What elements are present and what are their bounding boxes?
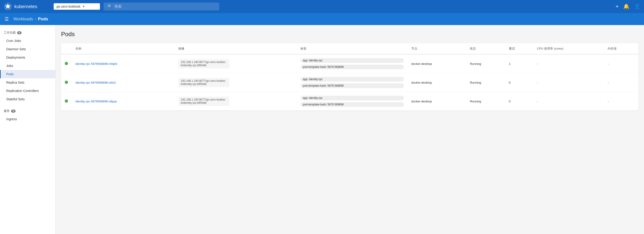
pod-labels-cell: app: identity-rpcpod-template-hash: 5679…	[297, 73, 408, 92]
breadcrumb-current: Pods	[38, 17, 48, 22]
pod-image-cell: 192.168.1.180:8077/go-zero-looklook/iden…	[175, 92, 297, 111]
pod-labels-cell: app: identity-rpcpod-template-hash: 5679…	[297, 54, 408, 73]
sidebar-item-jobs[interactable]: Jobs	[0, 62, 55, 70]
namespace-selector[interactable]: go-zero-looklook ▼	[54, 3, 100, 10]
pod-name-cell: identity-rpc-5679568896-mfqb5	[72, 54, 175, 73]
table-row: identity-rpc-5679568896-s8pqx192.168.1.1…	[61, 92, 638, 111]
breadcrumb-parent[interactable]: Workloads	[14, 17, 33, 22]
label-chip: pod-template-hash: 5679 568896	[300, 102, 404, 107]
status-dot-icon	[65, 62, 68, 65]
breadcrumb-bar: ☰ Workloads › Pods	[0, 13, 644, 25]
pod-status-cell: Running	[466, 73, 505, 92]
sidebar-item-replica-sets[interactable]: Replica Sets	[0, 78, 55, 87]
pod-status-cell: Running	[466, 54, 505, 73]
col-image: 镜像	[175, 43, 297, 54]
pod-cpu-cell: -	[533, 73, 604, 92]
namespace-value: go-zero-looklook	[56, 5, 80, 8]
col-restarts: 重启	[505, 43, 533, 54]
sidebar: 工作负载 N Cron Jobs Daemon Sets Deployments…	[0, 25, 56, 234]
pod-node-cell: docker-desktop	[408, 92, 466, 111]
hamburger-menu-icon[interactable]: ☰	[5, 16, 9, 22]
col-node: 节点	[408, 43, 466, 54]
breadcrumb-separator: ›	[35, 17, 36, 21]
sidebar-item-stateful-sets[interactable]: Stateful Sets	[0, 95, 55, 103]
pod-node-cell: docker-desktop	[408, 54, 466, 73]
content-area: Pods 名称 镜像 标签 节点 状态 重启 CPU 使用率 (cores) 内…	[56, 25, 644, 234]
pod-status-cell: Running	[466, 92, 505, 111]
pod-restarts-cell: 0	[505, 73, 533, 92]
label-chip: app: identity-rpc	[300, 77, 404, 82]
pod-image-cell: 192.168.1.180:8077/go-zero-looklook/iden…	[175, 54, 297, 73]
pod-image-cell: 192.168.1.180:8077/go-zero-looklook/iden…	[175, 73, 297, 92]
table-header: 名称 镜像 标签 节点 状态 重启 CPU 使用率 (cores) 内存使	[61, 43, 638, 54]
pod-restarts-cell: 1	[505, 54, 533, 73]
logo-area: kubernetes	[4, 2, 50, 11]
col-status: 状态	[466, 43, 505, 54]
pod-labels-cell: app: identity-rpcpod-template-hash: 5679…	[297, 92, 408, 111]
pod-cpu-cell: -	[533, 92, 604, 111]
col-name: 名称	[72, 43, 175, 54]
col-status-indicator	[61, 43, 72, 54]
workloads-section-title: 工作负载 N	[0, 29, 55, 37]
status-dot-icon	[65, 99, 68, 103]
pods-table-container: 名称 镜像 标签 节点 状态 重启 CPU 使用率 (cores) 内存使 id…	[61, 43, 638, 111]
workloads-badge: N	[17, 31, 22, 34]
top-nav: kubernetes go-zero-looklook ▼ 🔍 + 🔔 👤	[0, 0, 644, 13]
sidebar-item-pods[interactable]: Pods	[0, 70, 55, 78]
pod-name-link[interactable]: identity-rpc-5679568896-lz8x2	[76, 81, 116, 84]
nav-actions: + 🔔 👤	[616, 4, 640, 10]
label-chip: pod-template-hash: 5679 568896	[300, 65, 404, 69]
status-dot-cell	[61, 92, 72, 111]
sidebar-item-cron-jobs[interactable]: Cron Jobs	[0, 37, 55, 45]
pod-name-cell: identity-rpc-5679568896-s8pqx	[72, 92, 175, 111]
services-section-title: 服务 N	[0, 107, 55, 115]
label-chip: app: identity-rpc	[300, 96, 404, 100]
pod-restarts-cell: 0	[505, 92, 533, 111]
user-avatar-icon[interactable]: 👤	[634, 4, 640, 10]
pod-memory-cell: -	[604, 54, 638, 73]
sidebar-item-ingress[interactable]: Ingress	[0, 115, 55, 123]
sidebar-item-daemon-sets[interactable]: Daemon Sets	[0, 45, 55, 53]
pod-image-value: 192.168.1.180:8077/go-zero-looklook/iden…	[178, 59, 229, 68]
table-row: identity-rpc-5679568896-lz8x2192.168.1.1…	[61, 73, 638, 92]
pod-name-link[interactable]: identity-rpc-5679568896-mfqb5	[76, 62, 117, 66]
sidebar-item-deployments[interactable]: Deployments	[0, 53, 55, 62]
status-dot-cell	[61, 73, 72, 92]
pod-image-value: 192.168.1.180:8077/go-zero-looklook/iden…	[178, 97, 229, 106]
page-title: Pods	[61, 31, 638, 38]
status-dot-icon	[65, 81, 68, 84]
col-labels: 标签	[297, 43, 408, 54]
chevron-down-icon: ▼	[82, 5, 85, 8]
pod-name-link[interactable]: identity-rpc-5679568896-s8pqx	[76, 100, 117, 103]
pod-image-value: 192.168.1.180:8077/go-zero-looklook/iden…	[178, 78, 229, 87]
sidebar-item-replication-controllers[interactable]: Replication Controllers	[0, 87, 55, 95]
pod-memory-cell: -	[604, 73, 638, 92]
services-badge: N	[11, 110, 16, 113]
main-layout: 工作负载 N Cron Jobs Daemon Sets Deployments…	[0, 25, 644, 234]
col-cpu: CPU 使用率 (cores)	[533, 43, 604, 54]
logo-text: kubernetes	[14, 4, 37, 9]
col-memory: 内存使	[604, 43, 638, 54]
search-icon: 🔍	[107, 4, 112, 9]
table-row: identity-rpc-5679568896-mfqb5192.168.1.1…	[61, 54, 638, 73]
pod-node-cell: docker-desktop	[408, 73, 466, 92]
pod-name-cell: identity-rpc-5679568896-lz8x2	[72, 73, 175, 92]
kubernetes-logo-icon	[4, 2, 12, 11]
search-area: 🔍	[104, 3, 219, 11]
search-input[interactable]	[114, 5, 216, 9]
pod-memory-cell: -	[604, 92, 638, 111]
notifications-icon[interactable]: 🔔	[623, 4, 630, 10]
status-dot-cell	[61, 54, 72, 73]
label-chip: app: identity-rpc	[300, 58, 404, 63]
add-button[interactable]: +	[616, 4, 618, 10]
pod-cpu-cell: -	[533, 54, 604, 73]
pods-table-body: identity-rpc-5679568896-mfqb5192.168.1.1…	[61, 54, 638, 111]
label-chip: pod-template-hash: 5679 568896	[300, 83, 404, 88]
pods-table: 名称 镜像 标签 节点 状态 重启 CPU 使用率 (cores) 内存使 id…	[61, 43, 638, 111]
